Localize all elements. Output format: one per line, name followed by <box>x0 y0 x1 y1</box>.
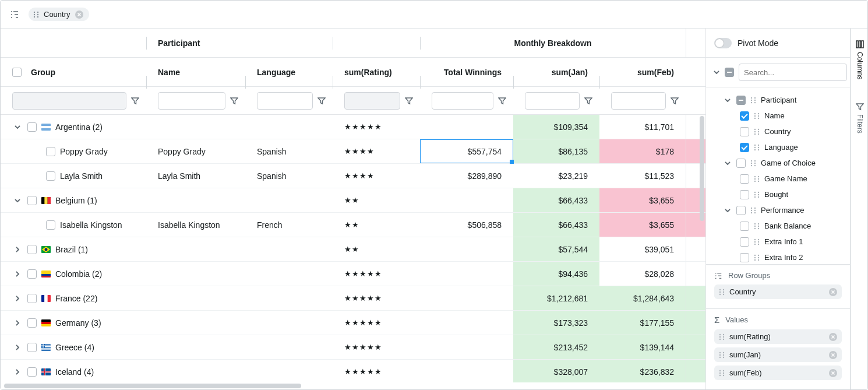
filter-icon[interactable] <box>498 97 506 105</box>
filter-icon[interactable] <box>317 97 326 105</box>
column-tree-item[interactable]: Bought <box>706 187 850 202</box>
filter-input-feb[interactable] <box>611 92 666 110</box>
remove-pill-icon[interactable] <box>829 333 837 341</box>
table-row[interactable]: Argentina (2)★★★★★$109,354$11,701 <box>1 115 705 139</box>
column-tree-item[interactable]: Game Name <box>706 171 850 187</box>
select-all-checkbox[interactable] <box>12 68 22 77</box>
cell-rating[interactable]: ★★ <box>333 188 420 212</box>
cell-name[interactable] <box>146 115 245 139</box>
column-header-feb[interactable]: sum(Feb) <box>599 68 686 77</box>
row-checkbox[interactable] <box>27 122 37 132</box>
remove-pill-icon[interactable] <box>829 369 837 377</box>
cell-jan[interactable]: $328,007 <box>513 360 599 382</box>
filter-icon[interactable] <box>131 97 139 105</box>
collapse-all-icon[interactable] <box>713 69 720 76</box>
value-pill[interactable]: sum(Rating) <box>714 329 842 344</box>
cell-name[interactable] <box>146 237 245 261</box>
row-checkbox[interactable] <box>27 294 37 303</box>
cell-jan[interactable]: $109,354 <box>513 115 599 139</box>
filter-icon[interactable] <box>671 97 679 105</box>
drag-handle-icon[interactable] <box>750 207 756 214</box>
value-pill[interactable]: sum(Feb) <box>714 366 842 380</box>
cell-feb[interactable]: $11,701 <box>599 115 686 139</box>
drag-handle-icon[interactable] <box>750 97 756 104</box>
drag-handle-icon[interactable] <box>750 160 756 167</box>
column-visibility-checkbox[interactable] <box>736 206 746 215</box>
chevron-down-icon[interactable] <box>724 97 732 104</box>
filter-input-total[interactable] <box>432 92 493 110</box>
cell-language[interactable] <box>245 237 333 261</box>
row-checkbox[interactable] <box>27 318 37 328</box>
table-row[interactable]: Belgium (1)★★$66,433$3,655 <box>1 188 705 213</box>
chevron-down-icon[interactable] <box>724 160 732 167</box>
filter-input-jan[interactable] <box>525 92 580 110</box>
column-visibility-checkbox[interactable] <box>740 237 749 247</box>
filter-icon[interactable] <box>405 97 413 105</box>
table-row[interactable]: Germany (3)★★★★★$173,323$177,155 <box>1 311 705 335</box>
drag-handle-icon[interactable] <box>719 352 725 359</box>
cell-total-winnings[interactable] <box>420 286 513 310</box>
cell-feb[interactable]: $177,155 <box>599 311 686 335</box>
header-group-monthly[interactable]: Monthly Breakdown <box>420 29 686 57</box>
header-group-participant[interactable]: Participant <box>146 29 333 57</box>
column-tree-group[interactable]: Participant <box>706 92 850 108</box>
cell-language[interactable] <box>245 311 333 335</box>
cell-language[interactable]: French <box>245 213 333 237</box>
column-tree-item[interactable]: Bank Balance <box>706 218 850 234</box>
cell-feb[interactable]: $28,028 <box>599 262 686 286</box>
column-tree-item[interactable]: Name <box>706 108 850 124</box>
chevron-right-icon[interactable] <box>12 319 23 326</box>
cell-rating[interactable]: ★★ <box>333 213 420 237</box>
remove-pill-icon[interactable] <box>829 288 837 296</box>
cell-language[interactable] <box>245 115 333 139</box>
drag-handle-icon[interactable] <box>754 144 760 151</box>
column-header-jan[interactable]: sum(Jan) <box>513 68 599 77</box>
table-row[interactable]: Layla SmithLayla SmithSpanish★★★★$289,89… <box>1 164 705 188</box>
tab-filters[interactable]: Filters <box>856 98 864 138</box>
cell-feb[interactable]: $3,655 <box>599 188 686 212</box>
toggle-all-columns-checkbox[interactable] <box>725 68 734 77</box>
cell-language[interactable] <box>245 360 333 382</box>
cell-total-winnings[interactable] <box>420 237 513 261</box>
cell-name[interactable]: Layla Smith <box>146 164 245 188</box>
cell-rating[interactable]: ★★★★★ <box>333 286 420 310</box>
column-visibility-checkbox[interactable] <box>740 174 749 184</box>
group-chip-country[interactable]: Country <box>29 8 89 21</box>
drag-handle-icon[interactable] <box>754 223 760 230</box>
cell-total-winnings[interactable]: $506,858 <box>420 213 513 237</box>
cell-rating[interactable]: ★★★★★ <box>333 115 420 139</box>
cell-feb[interactable]: $178 <box>599 139 686 163</box>
filter-icon[interactable] <box>230 97 238 105</box>
cell-feb[interactable]: $236,832 <box>599 360 686 382</box>
tab-columns[interactable]: Columns <box>856 36 864 84</box>
chevron-right-icon[interactable] <box>12 344 23 351</box>
column-tree-item[interactable]: Extra Info 2 <box>706 250 850 265</box>
cell-feb[interactable]: $139,144 <box>599 335 686 359</box>
cell-total-winnings[interactable]: $289,890 <box>420 164 513 188</box>
cell-rating[interactable]: ★★★★ <box>333 139 420 163</box>
row-checkbox[interactable] <box>27 245 37 254</box>
table-row[interactable]: Colombia (2)★★★★★$94,436$28,028 <box>1 262 705 286</box>
chevron-right-icon[interactable] <box>12 246 23 253</box>
group-drop-zone[interactable]: Country <box>1 1 867 29</box>
cell-name[interactable]: Poppy Grady <box>146 139 245 163</box>
column-tree-group[interactable]: Game of Choice <box>706 155 850 171</box>
drag-handle-icon[interactable] <box>754 191 760 198</box>
filter-input-name[interactable] <box>158 92 225 110</box>
cell-name[interactable] <box>146 360 245 382</box>
cell-jan[interactable]: $173,323 <box>513 311 599 335</box>
chevron-right-icon[interactable] <box>12 270 23 277</box>
cell-feb[interactable]: $39,051 <box>599 237 686 261</box>
column-header-rating[interactable]: sum(Rating) <box>333 68 420 77</box>
drag-handle-icon[interactable] <box>719 370 725 377</box>
filter-icon[interactable] <box>584 97 592 105</box>
cell-rating[interactable]: ★★★★ <box>333 164 420 188</box>
drag-handle-icon[interactable] <box>754 113 760 120</box>
remove-group-icon[interactable] <box>75 10 83 19</box>
chevron-right-icon[interactable] <box>12 368 23 375</box>
cell-jan[interactable]: $213,452 <box>513 335 599 359</box>
row-checkbox[interactable] <box>27 367 37 377</box>
cell-feb[interactable]: $1,284,643 <box>599 286 686 310</box>
cell-language[interactable] <box>245 335 333 359</box>
column-tree-item[interactable]: Extra Info 1 <box>706 234 850 250</box>
